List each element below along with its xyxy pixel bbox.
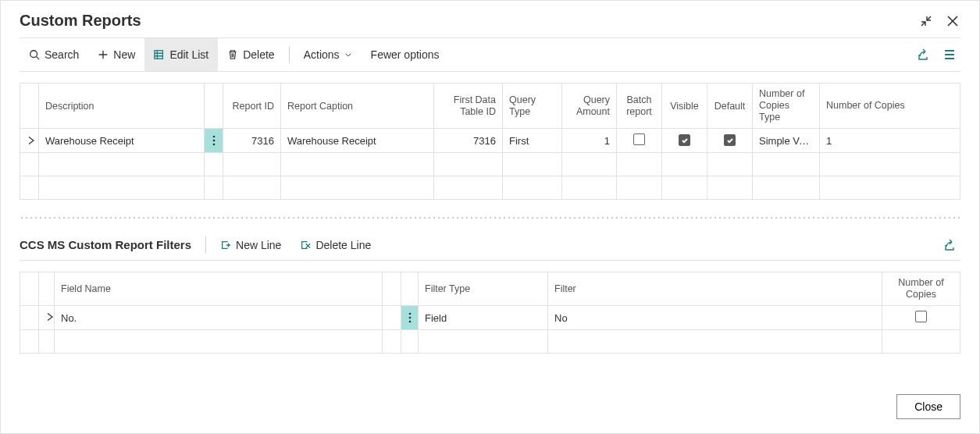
table-row[interactable]: Warehouse Receipt 7316 Warehouse Receipt… <box>20 129 960 153</box>
table-row[interactable]: No. Field No <box>20 306 960 330</box>
edit-list-label: Edit List <box>169 48 208 61</box>
toolbar-separator <box>289 46 290 63</box>
svg-point-0 <box>30 51 37 58</box>
delete-label: Delete <box>243 48 274 61</box>
cell-first-data-table-id[interactable]: 7316 <box>434 129 503 153</box>
cell-default[interactable] <box>707 129 753 153</box>
svg-point-7 <box>408 321 411 323</box>
search-label: Search <box>45 48 79 61</box>
plus-icon <box>98 49 109 60</box>
delete-line-icon <box>300 240 311 251</box>
new-line-button[interactable]: New Line <box>211 229 290 260</box>
trash-icon <box>227 49 238 60</box>
list-view-icon[interactable] <box>942 47 957 62</box>
close-button[interactable]: Close <box>896 394 960 419</box>
col-num-copies[interactable]: Number of Copies <box>820 84 960 129</box>
fewer-options-label: Fewer options <box>371 48 440 61</box>
cell-field-name[interactable]: No. <box>55 306 383 330</box>
delete-button[interactable]: Delete <box>218 38 283 71</box>
cell-report-id[interactable]: 7316 <box>223 129 281 153</box>
close-icon[interactable] <box>945 13 960 29</box>
col-visible[interactable]: Visible <box>662 84 707 129</box>
svg-rect-1 <box>155 51 163 59</box>
col-batch-report[interactable]: Batch report <box>617 84 662 129</box>
filters-title: CCS MS Custom Report Filters <box>20 238 201 251</box>
filters-toolbar: CCS MS Custom Report Filters New Line De… <box>20 229 960 261</box>
col-num-copies[interactable]: Number of Copies <box>882 272 960 306</box>
delete-line-button[interactable]: Delete Line <box>290 229 380 260</box>
col-report-id[interactable]: Report ID <box>223 84 281 129</box>
collapse-icon[interactable] <box>918 13 934 29</box>
share-icon[interactable] <box>915 47 931 62</box>
svg-point-6 <box>408 317 411 319</box>
col-report-caption[interactable]: Report Caption <box>281 84 434 129</box>
search-icon <box>29 49 40 60</box>
cell-filter[interactable]: No <box>548 306 882 330</box>
cell-description[interactable]: Warehouse Receipt <box>39 129 205 153</box>
reports-table: Description Report ID Report Caption Fir… <box>20 83 960 200</box>
fewer-options-button[interactable]: Fewer options <box>362 38 449 71</box>
row-menu-button[interactable] <box>205 129 223 153</box>
cell-report-caption[interactable]: Warehouse Receipt <box>281 129 434 153</box>
row-selector-icon[interactable] <box>20 129 39 153</box>
filters-table: Field Name Filter Type Filter Number of … <box>20 272 960 354</box>
col-field-name[interactable]: Field Name <box>55 272 383 306</box>
chevron-down-icon <box>344 48 352 61</box>
delete-line-label: Delete Line <box>315 239 371 251</box>
col-query-type[interactable]: Query Type <box>503 84 562 129</box>
col-default[interactable]: Default <box>707 84 753 129</box>
actions-button[interactable]: Actions <box>294 38 362 71</box>
toolbar-separator <box>205 237 206 254</box>
col-filter[interactable]: Filter <box>548 272 882 306</box>
row-selector-icon[interactable] <box>39 306 55 330</box>
search-button[interactable]: Search <box>20 38 88 71</box>
section-divider <box>20 217 960 219</box>
cell-query-amount[interactable]: 1 <box>562 129 617 153</box>
new-button[interactable]: New <box>88 38 144 71</box>
table-row[interactable] <box>20 176 960 200</box>
edit-list-icon <box>154 49 165 60</box>
cell-num-copies-type[interactable]: Simple Value <box>753 129 820 153</box>
main-toolbar: Search New Edit List Delete <box>20 37 960 72</box>
cell-num-copies[interactable] <box>882 306 960 330</box>
page-title: Custom Reports <box>20 12 141 30</box>
cell-visible[interactable] <box>662 129 707 153</box>
new-label: New <box>113 48 135 61</box>
edit-list-button[interactable]: Edit List <box>144 38 218 71</box>
col-first-data-table-id[interactable]: First Data Table ID <box>434 84 503 129</box>
cell-filter-type[interactable]: Field <box>419 306 548 330</box>
svg-point-2 <box>212 136 215 138</box>
table-row[interactable] <box>20 330 960 354</box>
svg-point-3 <box>212 140 215 142</box>
col-query-amount[interactable]: Query Amount <box>562 84 617 129</box>
svg-point-4 <box>212 144 215 146</box>
actions-label: Actions <box>304 48 340 61</box>
col-num-copies-type[interactable]: Number of Copies Type <box>753 84 820 129</box>
new-line-label: New Line <box>236 239 281 251</box>
row-menu-button[interactable] <box>401 306 419 330</box>
cell-query-type[interactable]: First <box>503 129 562 153</box>
col-description[interactable]: Description <box>39 84 205 129</box>
share-icon[interactable] <box>942 237 957 253</box>
table-row[interactable] <box>20 153 960 176</box>
new-line-icon <box>220 240 231 251</box>
cell-num-copies[interactable]: 1 <box>820 129 960 153</box>
cell-batch-report[interactable] <box>617 129 662 153</box>
col-filter-type[interactable]: Filter Type <box>419 272 548 306</box>
svg-point-5 <box>408 313 411 315</box>
